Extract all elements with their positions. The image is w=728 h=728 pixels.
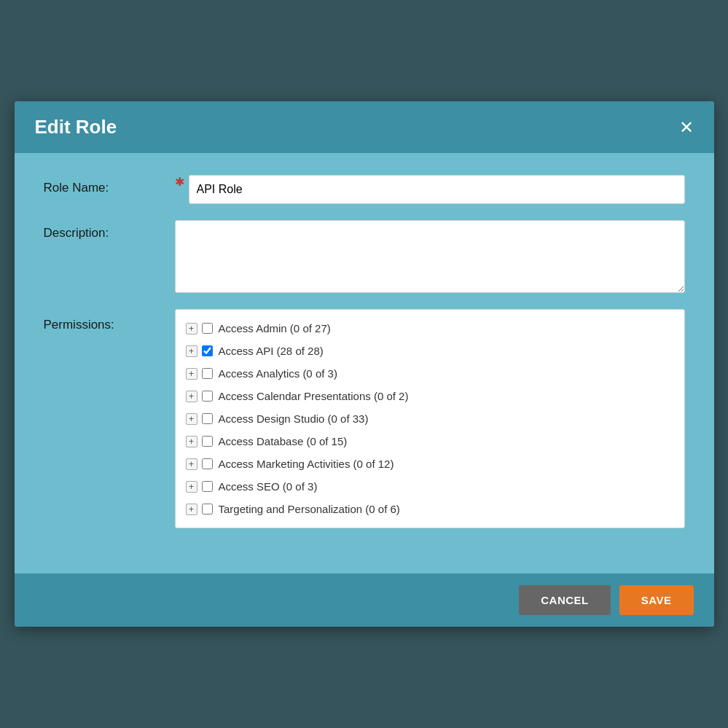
permission-item: +Access Design Studio (0 of 33) xyxy=(186,407,674,430)
role-name-row: Role Name: ✱ xyxy=(44,175,685,204)
description-row: Description: xyxy=(44,220,685,293)
permission-checkbox[interactable] xyxy=(202,504,213,514)
permission-label: Access SEO (0 of 3) xyxy=(219,480,318,493)
permission-item: +Access Marketing Activities (0 of 12) xyxy=(186,453,674,475)
permission-label: Access Admin (0 of 27) xyxy=(219,322,331,334)
permission-item: +Access Analytics (0 of 3) xyxy=(186,362,674,385)
permission-item: +Access Admin (0 of 27) xyxy=(186,317,674,340)
permission-item: +Access Database (0 of 15) xyxy=(186,430,674,453)
expand-icon[interactable]: + xyxy=(186,481,197,493)
expand-icon[interactable]: + xyxy=(186,368,197,380)
expand-icon[interactable]: + xyxy=(186,458,197,470)
permission-item: +Access Calendar Presentations (0 of 2) xyxy=(186,385,674,407)
permission-item: +Access SEO (0 of 3) xyxy=(186,475,674,498)
permission-checkbox[interactable] xyxy=(202,323,213,334)
modal-backdrop: Edit Role ✕ Role Name: ✱ Description: xyxy=(0,0,728,728)
permission-checkbox[interactable] xyxy=(202,436,213,447)
permission-checkbox[interactable] xyxy=(202,345,213,356)
permission-label: Access Database (0 of 15) xyxy=(219,435,348,447)
permission-checkbox[interactable] xyxy=(202,413,213,424)
permission-label: Access Analytics (0 of 3) xyxy=(219,367,337,380)
permission-label: Access API (28 of 28) xyxy=(219,345,324,357)
description-input[interactable] xyxy=(175,220,685,293)
close-button[interactable]: ✕ xyxy=(679,119,694,136)
permissions-list: +Access Admin (0 of 27)+Access API (28 o… xyxy=(186,317,674,520)
expand-icon[interactable]: + xyxy=(186,345,197,357)
save-button[interactable]: SAVE xyxy=(619,585,694,615)
permission-checkbox[interactable] xyxy=(202,368,213,379)
role-name-label: Role Name: xyxy=(44,175,175,195)
expand-icon[interactable]: + xyxy=(186,323,197,334)
required-indicator: ✱ xyxy=(175,175,184,189)
permission-checkbox[interactable] xyxy=(202,481,213,492)
modal-footer: CANCEL SAVE xyxy=(15,574,714,627)
cancel-button[interactable]: CANCEL xyxy=(519,585,611,615)
edit-role-modal: Edit Role ✕ Role Name: ✱ Description: xyxy=(15,101,714,627)
permission-label: Access Calendar Presentations (0 of 2) xyxy=(219,390,409,402)
permission-label: Access Design Studio (0 of 33) xyxy=(219,412,369,425)
permissions-box: +Access Admin (0 of 27)+Access API (28 o… xyxy=(175,309,685,528)
expand-icon[interactable]: + xyxy=(186,504,197,515)
expand-icon[interactable]: + xyxy=(186,436,197,447)
modal-title: Edit Role xyxy=(35,116,117,138)
expand-icon[interactable]: + xyxy=(186,391,197,402)
description-label: Description: xyxy=(44,220,175,240)
modal-header: Edit Role ✕ xyxy=(15,101,714,153)
permissions-row: Permissions: +Access Admin (0 of 27)+Acc… xyxy=(44,309,685,528)
role-name-input[interactable] xyxy=(189,175,685,204)
permission-item: +Access API (28 of 28) xyxy=(186,340,674,362)
modal-body: Role Name: ✱ Description: Permissions: xyxy=(15,153,714,574)
permission-label: Access Marketing Activities (0 of 12) xyxy=(219,458,394,470)
permission-label: Targeting and Personalization (0 of 6) xyxy=(219,503,400,515)
expand-icon[interactable]: + xyxy=(186,413,197,425)
permission-checkbox[interactable] xyxy=(202,391,213,402)
permissions-label: Permissions: xyxy=(44,309,175,332)
permission-checkbox[interactable] xyxy=(202,458,213,469)
permission-item: +Targeting and Personalization (0 of 6) xyxy=(186,498,674,520)
